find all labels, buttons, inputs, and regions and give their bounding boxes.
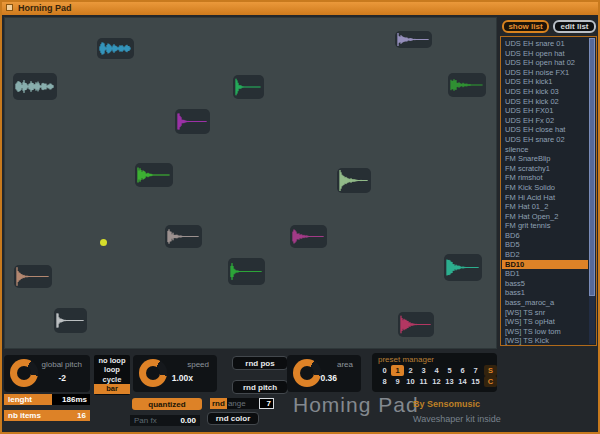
sample-list-item[interactable]: bass1	[502, 288, 588, 298]
waveform-tile[interactable]	[395, 31, 432, 48]
loop-mode-option[interactable]: bar	[94, 384, 130, 393]
sample-list-item[interactable]: bass5	[502, 279, 588, 289]
sample-list-item[interactable]: FM scratchy1	[502, 164, 588, 174]
waveform-tile[interactable]	[444, 254, 482, 281]
sample-list-item[interactable]: UDS EH Fx 02	[502, 116, 588, 126]
global-pitch-knob[interactable]	[10, 359, 38, 387]
preset-slot[interactable]: 4	[430, 365, 443, 376]
sample-list-item[interactable]: UDS EH open hat	[502, 49, 588, 59]
sample-list-item[interactable]: BD10	[502, 260, 588, 270]
sample-list-item[interactable]: UDS EH FX01	[502, 106, 588, 116]
sample-list-item[interactable]: FM Hi Acid Hat	[502, 193, 588, 203]
scrollbar-thumb[interactable]	[589, 38, 595, 296]
waveform-tile[interactable]	[97, 38, 134, 59]
sample-list-item[interactable]: [WS] TS opHat	[502, 317, 588, 327]
quantized-button[interactable]: quantized	[132, 398, 202, 410]
sample-list-item[interactable]: BD5	[502, 240, 588, 250]
speed-value: 1.00x	[172, 373, 193, 383]
preset-manager-title: preset manager	[378, 355, 497, 364]
waveform-tile[interactable]	[175, 109, 210, 134]
sample-list-item[interactable]: FM Hat Open_2	[502, 212, 588, 222]
sample-list-item[interactable]: silence	[502, 145, 588, 155]
waveform-tile[interactable]	[233, 75, 264, 99]
waveform-tile[interactable]	[228, 258, 265, 285]
show-list-button[interactable]: show list	[502, 20, 549, 33]
loop-mode-selector[interactable]: no looploopcyclebar	[94, 355, 130, 395]
rnd-pitch-button[interactable]: rnd pitch	[232, 380, 288, 394]
patch-title: Homing Pad	[293, 393, 419, 417]
loop-mode-option[interactable]: no loop	[94, 356, 130, 365]
sample-list-item[interactable]: UDS EH kick 02	[502, 97, 588, 107]
length-fader[interactable]: lenght 186ms	[4, 394, 90, 405]
preset-slot[interactable]: 12	[430, 376, 443, 387]
waveform-tile[interactable]	[54, 308, 87, 333]
waveform-tile[interactable]	[337, 168, 371, 193]
sample-list-item[interactable]: UDS EH close hat	[502, 125, 588, 135]
area-knob[interactable]	[293, 359, 321, 387]
preset-slot[interactable]: 5	[443, 365, 456, 376]
preset-save-button[interactable]: S	[484, 365, 497, 376]
scrollbar[interactable]	[589, 38, 595, 344]
preset-slot[interactable]: 2	[404, 365, 417, 376]
cursor-dot	[100, 239, 107, 246]
sample-list-item[interactable]: BD1	[502, 269, 588, 279]
preset-slot[interactable]: 1	[391, 365, 404, 376]
rnd-color-button[interactable]: rnd color	[207, 412, 259, 425]
preset-slot[interactable]: 9	[391, 376, 404, 387]
rnd-range-fader[interactable]: rnd ange 7	[210, 398, 274, 409]
waveform-tile[interactable]	[135, 163, 173, 187]
sample-list-item[interactable]: [WS] TS snr	[502, 308, 588, 318]
length-value: 186ms	[52, 395, 90, 404]
sample-list-item[interactable]: FM grit tennis	[502, 221, 588, 231]
area-panel: area 0.36	[287, 355, 361, 392]
preset-clear-button[interactable]: C	[484, 376, 497, 387]
preset-slot[interactable]: 6	[456, 365, 469, 376]
preset-slot[interactable]: 14	[456, 376, 469, 387]
waveform-tile[interactable]	[398, 312, 434, 337]
speed-knob[interactable]	[139, 359, 167, 387]
preset-slot[interactable]: 15	[469, 376, 482, 387]
preset-slot[interactable]: 7	[469, 365, 482, 376]
window-icon	[6, 4, 13, 11]
waveform-tile[interactable]	[448, 73, 486, 97]
sample-list-item[interactable]: FM Kick Solido	[502, 183, 588, 193]
sample-list-item[interactable]: [WS] TS low tom	[502, 327, 588, 337]
waveform-tile[interactable]	[14, 265, 52, 288]
waveform-tile[interactable]	[165, 225, 202, 248]
sample-list-item[interactable]: FM Hat 01_2	[502, 202, 588, 212]
nb-items-fader[interactable]: nb items 16	[4, 410, 90, 421]
pan-fx-fader[interactable]: Pan fx 0.00	[130, 415, 200, 426]
sample-list-item[interactable]: UDS EH open hat 02	[502, 58, 588, 68]
sample-list-item[interactable]: BD6	[502, 231, 588, 241]
preset-manager: preset manager 01234567S 89101112131415C	[372, 353, 497, 392]
preset-slot[interactable]: 3	[417, 365, 430, 376]
sample-list-item[interactable]: UDS EH kick1	[502, 77, 588, 87]
preset-slot[interactable]: 11	[417, 376, 430, 387]
preset-slot[interactable]: 0	[378, 365, 391, 376]
preset-row-2: 89101112131415C	[378, 376, 497, 387]
sample-list-item[interactable]: bass_maroc_a	[502, 298, 588, 308]
sample-list-item[interactable]: UDS EH kick 03	[502, 87, 588, 97]
nb-items-value: 16	[77, 411, 90, 420]
preset-slot[interactable]: 13	[443, 376, 456, 387]
sample-list-item[interactable]: UDS EH snare 02	[502, 135, 588, 145]
loop-mode-option[interactable]: cycle	[94, 375, 130, 384]
window-title: Horning Pad	[18, 3, 72, 13]
sample-list-item[interactable]: FM rimshot	[502, 173, 588, 183]
preset-slot[interactable]: 8	[378, 376, 391, 387]
sample-list-item[interactable]: UDS EH noise FX1	[502, 68, 588, 78]
waveform-tile[interactable]	[13, 73, 57, 100]
speed-label: speed	[187, 360, 209, 369]
sample-list-item[interactable]: [WS] TS Kick	[502, 336, 588, 346]
preset-slot[interactable]: 10	[404, 376, 417, 387]
loop-mode-option[interactable]: loop	[94, 365, 130, 374]
edit-list-button[interactable]: edit list	[553, 20, 596, 33]
rnd-pos-button[interactable]: rnd pos	[232, 356, 288, 370]
pad-canvas[interactable]	[4, 17, 497, 349]
sample-list-item[interactable]: FM SnareBlip	[502, 154, 588, 164]
titlebar[interactable]: Horning Pad	[0, 0, 600, 15]
sample-list-item[interactable]: UDS EH snare 01	[502, 39, 588, 49]
waveform-tile[interactable]	[290, 225, 327, 248]
sample-list-item[interactable]: BD2	[502, 250, 588, 260]
sample-list[interactable]: UDS EH snare 01UDS EH open hatUDS EH ope…	[500, 36, 597, 346]
